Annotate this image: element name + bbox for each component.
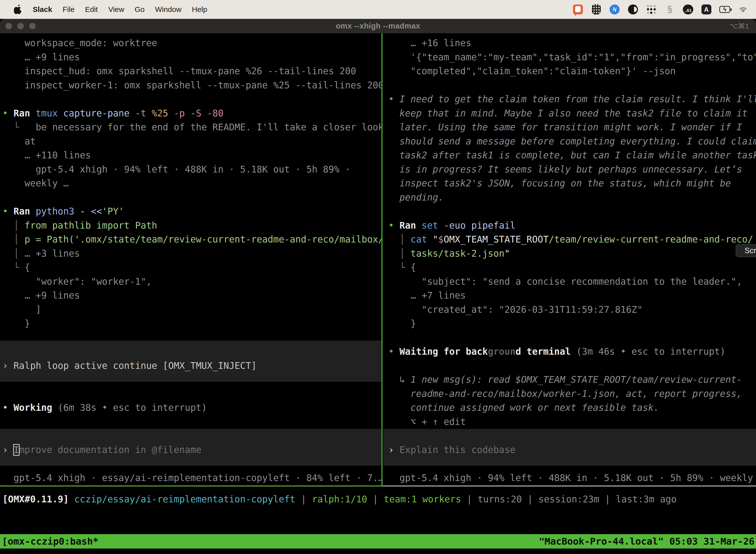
menu-item-window[interactable]: Window [155, 5, 182, 14]
right-pane-output: … +16 lines '{"team_name":"my-team","tas… [386, 36, 756, 486]
terminal: workspace_mode: worktree … +9 lines insp… [0, 33, 756, 554]
menu-item-view[interactable]: View [108, 5, 124, 14]
right-pane-bottom-border [382, 486, 756, 487]
blue-bolt-icon[interactable] [609, 4, 620, 15]
menu-item-edit[interactable]: Edit [85, 5, 98, 14]
menu-status-tray: § ..61 A ϟ [572, 4, 749, 15]
menu-item-go[interactable]: Go [135, 5, 145, 14]
omx-status-line: [OMX#0.11.9] cczip/essay/ai-reimplementa… [2, 492, 677, 507]
crescent-circle-icon[interactable] [628, 4, 638, 15]
left-pane-output: workspace_mode: worktree … +9 lines insp… [0, 36, 381, 486]
window-title-bar: omx --xhigh --madmax ⌥⌘1 [0, 19, 756, 33]
pane-divider[interactable] [381, 33, 382, 486]
battery-charging-icon[interactable]: ϟ [719, 4, 730, 15]
screen: Slack File Edit View Go Window Help § ..… [0, 0, 756, 554]
squiggle-icon[interactable]: § [664, 4, 675, 15]
a-badge-icon[interactable]: A [701, 4, 712, 15]
window-shortcut: ⌥⌘1 [730, 22, 749, 30]
tmux-host-clock: "MacBook-Pro-44.local" 05:03 31-Mar-26 [539, 536, 756, 547]
screen-share-tooltip: Scre [736, 244, 756, 257]
shield-grid-icon[interactable] [591, 4, 602, 15]
apple-menu-icon[interactable] [14, 4, 22, 14]
dots-grid-icon[interactable] [646, 4, 657, 15]
menu-app-name[interactable]: Slack [33, 5, 52, 14]
tmux-session-window: [omx-cczip0:bash* [0, 536, 99, 547]
minimize-window-button[interactable] [17, 23, 24, 29]
close-window-button[interactable] [5, 23, 12, 29]
badge-61-icon[interactable]: ..61 [683, 4, 693, 15]
left-pane-bottom-border [0, 486, 382, 487]
window-title: omx --xhigh --madmax [0, 21, 756, 31]
zoom-window-button[interactable] [29, 23, 36, 29]
menu-item-help[interactable]: Help [192, 5, 207, 14]
menu-bar: Slack File Edit View Go Window Help § ..… [0, 0, 756, 19]
wifi-icon[interactable] [738, 4, 749, 15]
tmux-status-bar: [omx-cczip0:bash* "MacBook-Pro-44.local"… [0, 534, 756, 549]
menu-item-file[interactable]: File [63, 5, 74, 14]
chat-app-icon[interactable] [572, 4, 583, 15]
